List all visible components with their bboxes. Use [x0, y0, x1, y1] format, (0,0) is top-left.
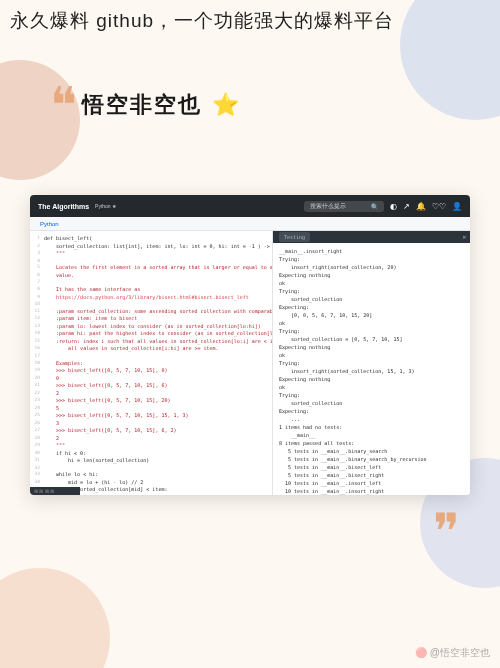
- terminal-line: 8 items passed all tests:: [279, 439, 464, 447]
- code-line: 14 :param hi: past the highest index to …: [30, 330, 272, 338]
- terminal-line: 10 tests in __main__.insort_right: [279, 487, 464, 495]
- code-line: 17: [30, 353, 272, 360]
- code-line: 15 :return: index i such that all values…: [30, 338, 272, 346]
- code-line: 5 Locates the first element in a sorted …: [30, 264, 272, 272]
- terminal-line: sorted_collection = [0, 5, 7, 10, 15]: [279, 335, 464, 343]
- repo-title: The Algorithms: [38, 203, 89, 210]
- terminal-header: Testing ✕: [273, 231, 470, 243]
- tab-python[interactable]: Python: [40, 221, 59, 227]
- code-line: 20 0: [30, 375, 272, 383]
- author-name: 悟空非空也: [82, 90, 202, 120]
- code-line: 29 """: [30, 442, 272, 450]
- terminal-output: __main__.insort_rightTrying: insort_righ…: [273, 243, 470, 495]
- quote-right-icon: ❞: [433, 520, 460, 545]
- code-line: 10: [30, 301, 272, 308]
- nav-icon[interactable]: ↗: [403, 202, 410, 211]
- code-line: 25 >>> bisect_left([0, 5, 7, 10, 15], 15…: [30, 412, 272, 420]
- terminal-line: ok: [279, 351, 464, 359]
- code-line: 19 >>> bisect_left([0, 5, 7, 10, 15], 0): [30, 367, 272, 375]
- code-line: 34 mid = lo + (hi - lo) // 2: [30, 479, 272, 487]
- terminal-line: __main__.insort_right: [279, 247, 464, 255]
- code-line: 23 >>> bisect_left([0, 5, 7, 10, 15], 20…: [30, 397, 272, 405]
- terminal-line: 5 tests in __main__.binary_search_by_rec…: [279, 455, 464, 463]
- hearts-icon[interactable]: ♡♡: [432, 202, 446, 211]
- terminal-line: [0, 0, 5, 6, 7, 10, 15, 20]: [279, 311, 464, 319]
- terminal-panel: Testing ✕ __main__.insort_rightTrying: i…: [272, 231, 470, 495]
- terminal-line: insort_right(sorted_collection, 20): [279, 263, 464, 271]
- terminal-line: Expecting:: [279, 303, 464, 311]
- repo-sub: Python ★: [95, 203, 116, 209]
- content-pane: 1def bisect_left(2 sorted_collection: li…: [30, 231, 470, 495]
- terminal-line: Expecting nothing: [279, 271, 464, 279]
- terminal-line: Trying:: [279, 255, 464, 263]
- terminal-line: 10 tests in __main__.insort_left: [279, 479, 464, 487]
- terminal-line: Expecting:: [279, 407, 464, 415]
- code-editor[interactable]: 1def bisect_left(2 sorted_collection: li…: [30, 231, 272, 495]
- bell-icon[interactable]: 🔔: [416, 202, 426, 211]
- code-line: 28 2: [30, 435, 272, 443]
- search-icon: 🔍: [371, 203, 378, 210]
- code-line: 2 sorted_collection: list[int], item: in…: [30, 243, 272, 251]
- code-line: 27 >>> bisect_left([0, 5, 7, 10, 15], 6,…: [30, 427, 272, 435]
- status-bar: ⊞ ⊞ ⊞ ⊞: [30, 487, 80, 495]
- terminal-line: 5 tests in __main__.bisect_left: [279, 463, 464, 471]
- terminal-line: sorted_collection: [279, 295, 464, 303]
- watermark: 🔴 @悟空非空也: [415, 646, 490, 660]
- code-line: 22 2: [30, 390, 272, 398]
- tab-bar: Python: [30, 217, 470, 231]
- code-line: 33 while lo < hi:: [30, 471, 272, 479]
- search-input[interactable]: 搜索什么提示 🔍: [304, 201, 384, 212]
- quote-left-icon: ❝: [50, 93, 77, 118]
- terminal-line: Trying:: [279, 359, 464, 367]
- code-line: 6 value.: [30, 272, 272, 280]
- terminal-line: sorted_collection: [279, 399, 464, 407]
- terminal-line: 5 tests in __main__.binary_search: [279, 447, 464, 455]
- code-line: 7: [30, 279, 272, 286]
- terminal-line: Trying:: [279, 287, 464, 295]
- code-line: 9 https://docs.python.org/3/library/bise…: [30, 294, 272, 302]
- page-title: 永久爆料 github，一个功能强大的爆料平台: [10, 8, 394, 34]
- topbar-icons: ◐ ↗ 🔔 ♡♡ 👤: [390, 202, 462, 211]
- code-line: 24 5: [30, 405, 272, 413]
- close-icon[interactable]: ✕: [462, 232, 466, 242]
- terminal-line: Trying:: [279, 391, 464, 399]
- screenshot-card: The Algorithms Python ★ 搜索什么提示 🔍 ◐ ↗ 🔔 ♡…: [30, 195, 470, 495]
- terminal-line: 5 tests in __main__.bisect_right: [279, 471, 464, 479]
- terminal-line: Expecting nothing: [279, 375, 464, 383]
- terminal-line: ok: [279, 319, 464, 327]
- avatar-icon[interactable]: 👤: [452, 202, 462, 211]
- terminal-line: ok: [279, 383, 464, 391]
- code-line: 31 hi = len(sorted_collection): [30, 457, 272, 465]
- code-line: 3 """: [30, 250, 272, 258]
- decorative-blob: [0, 568, 110, 668]
- code-line: 30 if hi < 0:: [30, 450, 272, 458]
- terminal-line: ...: [279, 415, 464, 423]
- code-line: 16 all values in sorted_collection[i:hi]…: [30, 345, 272, 353]
- search-placeholder: 搜索什么提示: [310, 202, 346, 211]
- code-line: 8 It has the same interface as: [30, 286, 272, 294]
- code-line: 32: [30, 465, 272, 472]
- decorative-blob: [400, 0, 500, 120]
- terminal-line: Expecting nothing: [279, 343, 464, 351]
- terminal-line: ok: [279, 279, 464, 287]
- terminal-line: __main__: [279, 431, 464, 439]
- terminal-tab[interactable]: Testing: [279, 232, 310, 242]
- code-line: 18 Examples:: [30, 360, 272, 368]
- code-line: 13 :param lo: lowest index to consider (…: [30, 323, 272, 331]
- code-line: 12 :param item: item to bisect: [30, 315, 272, 323]
- terminal-line: insort_right(sorted_collection, 15, 1, 3…: [279, 367, 464, 375]
- terminal-line: Trying:: [279, 327, 464, 335]
- star-icon: ⭐: [212, 92, 239, 118]
- app-topbar: The Algorithms Python ★ 搜索什么提示 🔍 ◐ ↗ 🔔 ♡…: [30, 195, 470, 217]
- nav-icon[interactable]: ◐: [390, 202, 397, 211]
- author-row: ❝ 悟空非空也 ⭐: [50, 90, 239, 120]
- code-line: 1def bisect_left(: [30, 235, 272, 243]
- code-line: 4: [30, 258, 272, 265]
- code-line: 11 :param sorted_collection: some ascend…: [30, 308, 272, 316]
- code-line: 26 3: [30, 420, 272, 428]
- code-line: 21 >>> bisect_left([0, 5, 7, 10, 15], 6): [30, 382, 272, 390]
- terminal-line: 1 items had no tests:: [279, 423, 464, 431]
